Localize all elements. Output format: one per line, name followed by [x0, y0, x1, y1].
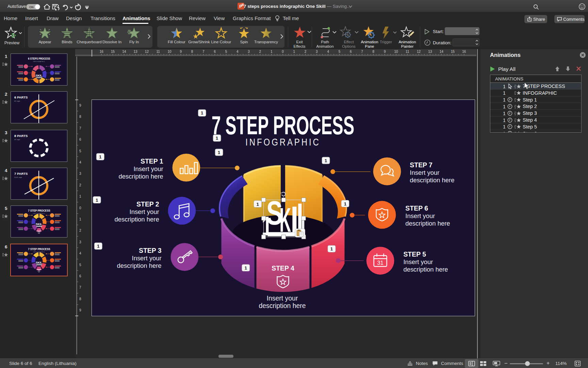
svg-text:2: 2 [259, 50, 261, 53]
svg-text:1: 1 [293, 50, 295, 53]
svg-text:7 STEP PROCESS: 7 STEP PROCESS [212, 111, 355, 140]
svg-text:7 STEP PROCESS: 7 STEP PROCESS [28, 209, 50, 212]
svg-text:4: 4 [79, 160, 81, 164]
svg-text:1: 1 [344, 201, 347, 206]
svg-text:1: 1 [96, 198, 98, 203]
svg-text:7 PARTS: 7 PARTS [14, 172, 28, 175]
svg-text:51,43° angle: 51,43° angle [14, 177, 22, 178]
svg-text:Insert your: Insert your [130, 208, 159, 215]
svg-text:1: 1 [330, 246, 333, 251]
svg-text:1: 1 [79, 195, 81, 198]
svg-text:16: 16 [100, 50, 104, 53]
svg-text:description here: description here [259, 302, 306, 309]
svg-text:STEP 2: STEP 2 [136, 201, 159, 208]
svg-text:1: 1 [256, 202, 259, 207]
svg-text:5: 5 [339, 50, 341, 53]
svg-text:4: 4 [236, 50, 239, 53]
svg-text:14: 14 [440, 50, 444, 53]
svg-text:SKIL: SKIL [35, 261, 42, 264]
svg-text:1: 1 [97, 244, 100, 249]
svg-text:8: 8 [373, 50, 375, 53]
svg-text:9: 9 [79, 308, 81, 312]
svg-text:SKIL: SKIL [36, 223, 42, 226]
svg-text:15: 15 [451, 50, 455, 53]
svg-text:SKIL: SKIL [36, 74, 42, 77]
svg-text:0: 0 [282, 50, 284, 53]
svg-text:5: 5 [225, 50, 227, 53]
svg-text:Insert your: Insert your [132, 255, 162, 262]
svg-text:7: 7 [202, 50, 205, 53]
svg-text:7: 7 [79, 126, 81, 130]
svg-text:3: 3 [316, 50, 318, 53]
svg-text:Insert your: Insert your [405, 212, 435, 219]
svg-text:1: 1 [201, 110, 203, 116]
svg-text:STEP 1: STEP 1 [141, 157, 163, 165]
svg-text:INFOGRAPHIC: INFOGRAPHIC [33, 251, 45, 253]
svg-text:12: 12 [417, 50, 421, 53]
svg-text:45° angle: 45° angle [14, 139, 20, 140]
svg-text:INFOGRAPHIC: INFOGRAPHIC [245, 136, 320, 148]
svg-text:description here: description here [114, 216, 159, 223]
svg-text:13: 13 [134, 50, 138, 53]
svg-text:11: 11 [157, 50, 160, 53]
svg-text:6: 6 [350, 50, 352, 53]
svg-text:5: 5 [79, 149, 81, 153]
svg-text:STEP 6: STEP 6 [405, 204, 428, 212]
svg-text:Insert your: Insert your [410, 169, 439, 176]
svg-text:description here: description here [405, 220, 450, 227]
svg-text:6: 6 [214, 50, 216, 53]
svg-text:60° angle: 60° angle [14, 100, 20, 102]
svg-text:2: 2 [79, 229, 81, 232]
svg-text:STEP 7: STEP 7 [410, 161, 432, 169]
svg-text:13: 13 [428, 50, 432, 53]
svg-text:2: 2 [305, 50, 307, 53]
svg-text:3: 3 [248, 50, 250, 53]
svg-text:10: 10 [394, 50, 398, 53]
svg-text:8: 8 [79, 115, 81, 119]
svg-text:7: 7 [79, 286, 81, 289]
svg-text:description here: description here [117, 262, 161, 269]
svg-text:8: 8 [79, 297, 81, 301]
svg-text:2: 2 [79, 183, 81, 187]
svg-text:15: 15 [111, 50, 115, 53]
svg-text:31: 31 [377, 260, 383, 266]
svg-text:3: 3 [79, 240, 81, 244]
svg-text:1: 1 [325, 158, 327, 163]
svg-text:8 PARTS: 8 PARTS [14, 134, 28, 138]
svg-text:STEP 3: STEP 3 [139, 247, 162, 254]
svg-text:1: 1 [271, 50, 273, 53]
svg-text:6 STEPS PROCESS: 6 STEPS PROCESS [28, 57, 50, 60]
svg-text:0: 0 [79, 206, 81, 210]
svg-text:P: P [239, 4, 242, 9]
svg-text:6: 6 [79, 274, 81, 278]
svg-text:9: 9 [180, 50, 182, 53]
svg-text:1: 1 [245, 265, 247, 271]
svg-text:16: 16 [462, 50, 466, 53]
svg-text:10: 10 [167, 50, 172, 53]
svg-text:9: 9 [79, 104, 81, 107]
svg-text:6: 6 [79, 138, 81, 141]
svg-text:STEP 4: STEP 4 [272, 264, 294, 272]
svg-text:INFOGRAPHIC: INFOGRAPHIC [33, 213, 45, 214]
svg-text:4: 4 [327, 50, 329, 53]
svg-text:STEP 5: STEP 5 [403, 250, 426, 258]
svg-text:5: 5 [79, 263, 81, 267]
svg-text:1: 1 [79, 217, 81, 221]
svg-text:1: 1 [218, 150, 220, 155]
svg-text:Insert your: Insert your [267, 294, 298, 302]
svg-text:6 PARTS: 6 PARTS [14, 95, 28, 99]
svg-text:9: 9 [384, 50, 386, 53]
svg-text:description here: description here [118, 173, 163, 180]
svg-text:3: 3 [79, 172, 81, 175]
svg-text:8: 8 [191, 50, 193, 53]
svg-text:11: 11 [406, 50, 409, 53]
svg-text:12: 12 [145, 50, 149, 53]
svg-text:1: 1 [99, 154, 102, 159]
svg-text:7 STEP PROCESS: 7 STEP PROCESS [28, 247, 50, 251]
svg-text:14: 14 [122, 50, 126, 53]
svg-text:description here: description here [410, 177, 454, 184]
svg-text:Insert your: Insert your [134, 165, 163, 172]
svg-text:4: 4 [79, 251, 81, 255]
svg-text:INFOGRAPHIC: INFOGRAPHIC [33, 61, 45, 62]
svg-text:Insert your: Insert your [403, 258, 433, 265]
